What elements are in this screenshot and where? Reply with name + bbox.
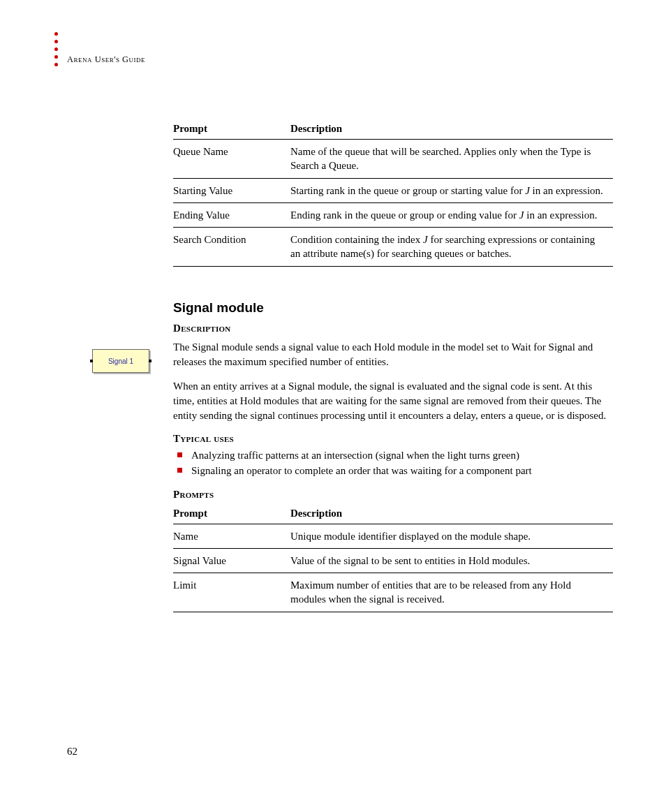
margin-dot — [54, 47, 58, 51]
table-header-description: Description — [290, 503, 613, 524]
table-row: Starting Value Starting rank in the queu… — [173, 178, 613, 202]
description-cell: Maximum number of entities that are to b… — [290, 573, 613, 612]
list-item: Analyzing traffic patterns at an interse… — [173, 448, 613, 464]
margin-dots — [54, 32, 58, 66]
prompt-cell: Starting Value — [173, 178, 290, 202]
prompt-cell: Queue Name — [173, 140, 290, 179]
margin-dot — [54, 63, 58, 66]
description-cell: Condition containing the index J for sea… — [290, 228, 613, 267]
running-header-text: Arena User's Guide — [67, 54, 145, 64]
table-row: Search Condition Condition containing th… — [173, 228, 613, 267]
margin-dot — [54, 32, 58, 36]
description-cell: Unique module identifier displayed on th… — [290, 524, 613, 548]
connection-handle-right — [149, 360, 151, 362]
signal-module-label: Signal 1 — [108, 357, 133, 365]
subheading-description: Description — [173, 323, 613, 334]
prompt-cell: Signal Value — [173, 548, 290, 573]
table-row: Ending Value Ending rank in the queue or… — [173, 202, 613, 227]
description-cell: Value of the signal to be sent to entiti… — [290, 548, 613, 573]
table-row: Queue Name Name of the queue that will b… — [173, 140, 613, 179]
prompt-cell: Limit — [173, 573, 290, 612]
signal-module-shape: Signal 1 — [92, 349, 149, 373]
margin-dot — [54, 40, 58, 43]
paragraph-description-2: When an entity arrives at a Signal modul… — [173, 379, 613, 423]
paragraph-description-1: The Signal module sends a signal value t… — [173, 340, 613, 369]
signal-module-icon: Signal 1 — [92, 349, 151, 374]
page-number: 62 — [67, 746, 77, 758]
section-title-signal-module: Signal module — [173, 300, 613, 316]
connection-handle-left — [90, 360, 93, 362]
description-cell: Starting rank in the queue or group or s… — [290, 178, 613, 202]
list-item: Signaling an operator to complete an ord… — [173, 463, 613, 479]
table-header-description: Description — [290, 119, 613, 140]
prompt-cell: Ending Value — [173, 202, 290, 227]
description-cell: Name of the queue that will be searched.… — [290, 140, 613, 179]
margin-dot — [54, 55, 58, 59]
prompt-cell: Search Condition — [173, 228, 290, 267]
table-header-prompt: Prompt — [173, 503, 290, 524]
description-cell: Ending rank in the queue or group or end… — [290, 202, 613, 227]
table-row: Signal Value Value of the signal to be s… — [173, 548, 613, 573]
prompt-cell: Name — [173, 524, 290, 548]
prompts-table-signal: Prompt Description Name Unique module id… — [173, 503, 613, 612]
running-header: Arena User's Guide — [67, 54, 145, 65]
subheading-prompts: Prompts — [173, 489, 613, 501]
typical-uses-list: Analyzing traffic patterns at an interse… — [173, 448, 613, 479]
subheading-typical-uses: Typical uses — [173, 433, 613, 445]
table-header-prompt: Prompt — [173, 119, 290, 140]
table-row: Name Unique module identifier displayed … — [173, 524, 613, 548]
prompts-table-search: Prompt Description Queue Name Name of th… — [173, 119, 613, 267]
table-row: Limit Maximum number of entities that ar… — [173, 573, 613, 612]
